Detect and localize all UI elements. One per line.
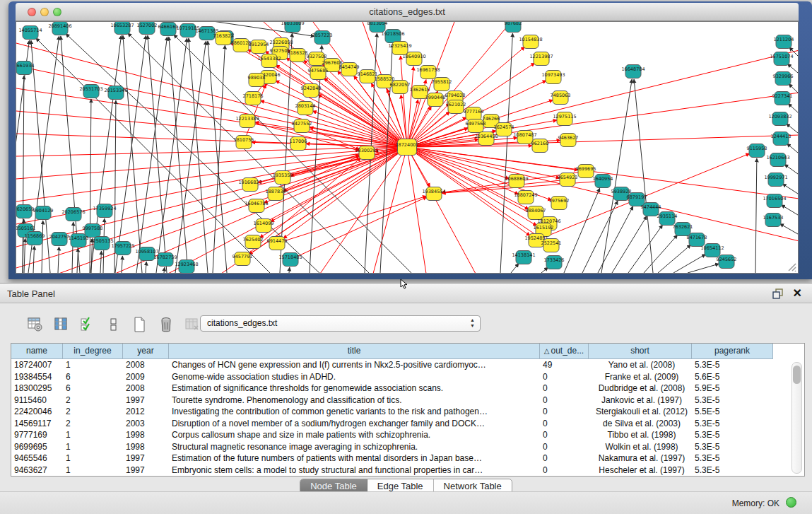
- network-edge[interactable]: [673, 255, 705, 273]
- stacked-rows-icon[interactable]: [105, 316, 122, 333]
- table-cell[interactable]: 2: [63, 406, 123, 418]
- table-cell[interactable]: 5.3E-5: [692, 395, 773, 407]
- table-cell[interactable]: Dudbridge et al. (2008): [589, 382, 692, 395]
- table-cell[interactable]: 0: [540, 418, 589, 430]
- table-row[interactable]: 1456911722003Disruption of a novel membe…: [11, 418, 804, 430]
- table-row[interactable]: 911546021997Tourette syndrome. Phenomeno…: [11, 395, 804, 407]
- column-header-in_degree[interactable]: in_degree: [63, 344, 123, 359]
- network-edge[interactable]: [407, 147, 476, 273]
- table-cell[interactable]: Estimation of significance thresholds fo…: [169, 382, 540, 395]
- table-cell[interactable]: 5.3E-5: [692, 465, 773, 477]
- network-node[interactable]: 987682: [505, 22, 522, 33]
- network-edge[interactable]: [146, 262, 146, 273]
- network-edge[interactable]: [688, 264, 719, 273]
- table-cell[interactable]: 2003: [123, 418, 169, 430]
- network-edge[interactable]: [407, 147, 578, 170]
- network-node[interactable]: 9777169: [464, 107, 484, 121]
- table-row[interactable]: 969969511998Structural magnetic resonanc…: [11, 441, 804, 453]
- table-cell[interactable]: Wolkin et al. (1998): [589, 441, 692, 453]
- float-panel-icon[interactable]: [772, 288, 784, 299]
- network-node[interactable]: 9654923: [558, 173, 578, 187]
- table-cell[interactable]: 0: [540, 371, 589, 383]
- network-node[interactable]: 2803144: [295, 102, 316, 115]
- table-cell[interactable]: 9463627: [11, 465, 63, 477]
- network-node[interactable]: 17359924: [93, 204, 116, 218]
- network-edge[interactable]: [264, 83, 407, 147]
- network-node[interactable]: 16961758: [416, 66, 440, 79]
- table-cell[interactable]: 2: [63, 418, 123, 430]
- network-node[interactable]: 10973493: [541, 71, 565, 84]
- table-settings-icon[interactable]: [27, 316, 44, 333]
- network-node[interactable]: 8186328: [288, 49, 308, 62]
- network-node[interactable]: 19218506: [381, 30, 404, 43]
- column-header-title[interactable]: title: [169, 344, 540, 359]
- network-node[interactable]: 8454749: [339, 63, 360, 76]
- network-edge[interactable]: [100, 251, 101, 273]
- table-cell[interactable]: 9699695: [11, 441, 63, 453]
- network-edge[interactable]: [780, 223, 798, 234]
- table-cell[interactable]: 18724007: [11, 359, 63, 371]
- network-node[interactable]: 18807249: [514, 191, 537, 204]
- network-edge[interactable]: [784, 164, 798, 174]
- network-node[interactable]: 9699695: [576, 165, 596, 178]
- network-node[interactable]: 20153346: [104, 86, 127, 100]
- network-edge[interactable]: [500, 33, 512, 273]
- table-row[interactable]: 946554611997Estimation of the future num…: [11, 452, 804, 465]
- table-cell[interactable]: 0: [540, 452, 589, 465]
- network-edge[interactable]: [16, 66, 407, 147]
- table-cell[interactable]: Jankovic et al. (1997): [589, 395, 692, 407]
- network-edge[interactable]: [511, 264, 519, 273]
- table-cell[interactable]: 5.6E-5: [692, 371, 773, 383]
- network-node[interactable]: 2522541: [541, 239, 562, 252]
- network-edge[interactable]: [658, 245, 691, 273]
- network-edge[interactable]: [788, 103, 798, 112]
- row-selection-icon[interactable]: [79, 316, 96, 333]
- network-node[interactable]: 1990448: [425, 93, 446, 107]
- network-edge[interactable]: [407, 50, 798, 147]
- table-cell[interactable]: 9465546: [11, 452, 63, 465]
- table-cell[interactable]: 9777169: [11, 429, 63, 441]
- resize-grip-icon[interactable]: [787, 262, 796, 271]
- network-edge[interactable]: [317, 95, 407, 147]
- delete-table-icon[interactable]: [158, 316, 175, 333]
- network-node[interactable]: 16210643: [766, 153, 789, 167]
- table-cell[interactable]: Estimation of the future numbers of pati…: [169, 452, 540, 465]
- column-header-out_de[interactable]: △out_de...: [540, 344, 589, 359]
- network-edge[interactable]: [312, 111, 407, 147]
- network-node[interactable]: 9475685: [308, 66, 329, 80]
- table-cell[interactable]: Franke et al. (2009): [589, 371, 692, 383]
- table-cell[interactable]: Corpus callosum shape and size in male p…: [169, 429, 540, 441]
- network-node[interactable]: 14055714: [18, 26, 42, 40]
- network-node[interactable]: 9329966: [773, 72, 794, 86]
- network-node[interactable]: 1975692: [549, 197, 570, 210]
- table-row[interactable]: 946362711997Embryonic stem cells: a mode…: [11, 465, 804, 477]
- table-cell[interactable]: 2009: [123, 371, 169, 383]
- table-cell[interactable]: 0: [540, 465, 589, 477]
- network-node[interactable]: 1167533: [763, 214, 784, 227]
- vertical-scrollbar[interactable]: [792, 362, 802, 474]
- table-cell[interactable]: 5.5E-5: [692, 406, 773, 418]
- network-node[interactable]: 6497568: [466, 119, 486, 133]
- network-node[interactable]: 9245652: [717, 255, 737, 269]
- table-row[interactable]: 977716911998Corpus callosum shape and si…: [11, 429, 804, 441]
- network-node[interactable]: 1145193: [69, 234, 89, 247]
- table-cell[interactable]: 0: [540, 382, 589, 395]
- network-node[interactable]: 1211204: [774, 35, 794, 49]
- import-table-icon[interactable]: [184, 316, 201, 333]
- table-cell[interactable]: Hescheler et al. (1997): [589, 465, 692, 477]
- network-node[interactable]: 8427552: [292, 119, 312, 133]
- table-cell[interactable]: Tourette syndrome. Phenomenology and cla…: [169, 395, 540, 407]
- network-node[interactable]: 8912954: [249, 40, 269, 54]
- network-node[interactable]: 2620659: [16, 205, 34, 218]
- table-cell[interactable]: 49: [540, 359, 589, 371]
- network-node[interactable]: 6822057: [390, 81, 411, 94]
- network-node[interactable]: 19992971: [764, 173, 787, 187]
- network-edge[interactable]: [16, 43, 407, 147]
- table-row[interactable]: 1872400712008Changes of HCN gene express…: [11, 359, 804, 371]
- table-selector-dropdown[interactable]: citations_edges.txt ▲▼: [200, 315, 481, 332]
- network-node[interactable]: 19384554: [422, 187, 445, 201]
- table-cell[interactable]: de Silva et al. (2003): [589, 418, 692, 430]
- network-node[interactable]: 1244413: [771, 132, 792, 146]
- network-edge[interactable]: [277, 196, 427, 243]
- table-cell[interactable]: 0: [540, 395, 589, 407]
